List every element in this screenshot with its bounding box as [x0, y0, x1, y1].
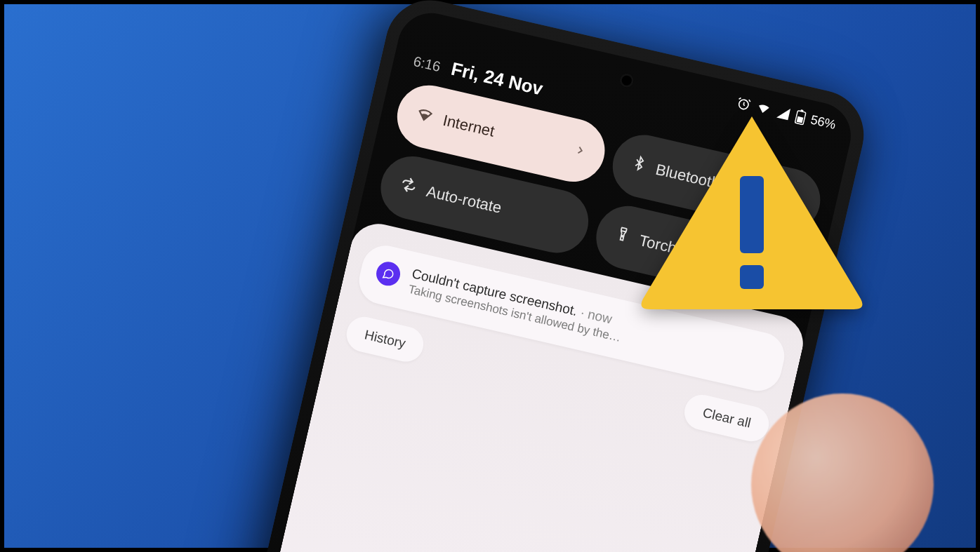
svg-point-5	[622, 236, 623, 237]
rotate-icon	[397, 174, 420, 200]
tile-label: Auto-rotate	[425, 182, 503, 217]
history-button[interactable]: History	[343, 314, 428, 365]
stage: 56% 6:16 Fri, 24 Nov Internet	[0, 0, 980, 552]
clock-time: 6:16	[412, 53, 442, 75]
clear-all-button[interactable]: Clear all	[681, 391, 772, 445]
wifi-icon	[413, 103, 437, 129]
warning-overlay	[636, 109, 868, 313]
svg-rect-4	[621, 227, 627, 231]
chevron-right-icon	[571, 142, 588, 162]
svg-rect-7	[740, 265, 764, 289]
flashlight-icon	[612, 224, 633, 249]
tile-label: Internet	[441, 112, 496, 141]
message-icon	[374, 260, 403, 288]
svg-rect-6	[740, 176, 764, 253]
notification-text: Couldn't capture screenshot. · now Takin…	[407, 266, 626, 345]
